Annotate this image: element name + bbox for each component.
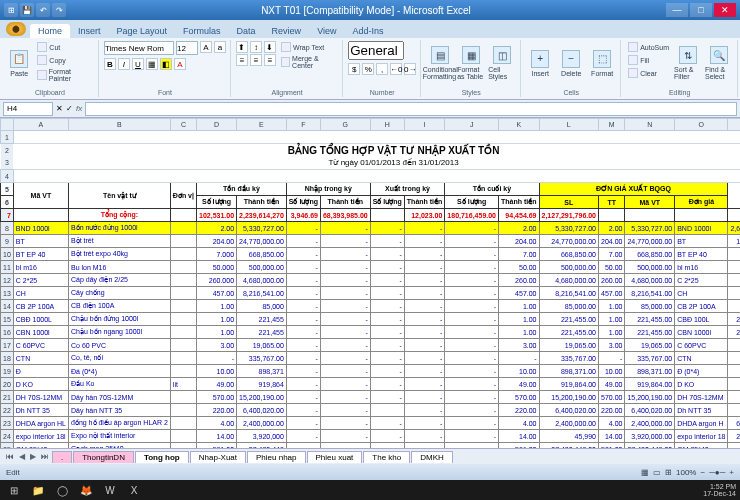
row-header[interactable]: 22	[1, 404, 14, 417]
row-header[interactable]: 12	[1, 274, 14, 287]
row-header[interactable]: 15	[1, 313, 14, 326]
cut-button[interactable]: Cut	[35, 41, 94, 53]
row-header[interactable]: 21	[1, 391, 14, 404]
column-header[interactable]: P	[728, 119, 740, 131]
chrome-icon[interactable]: ◯	[52, 482, 72, 498]
sheet-nav-last[interactable]: ⏭	[39, 452, 51, 461]
explorer-icon[interactable]: 📁	[28, 482, 48, 498]
bold-button[interactable]: B	[104, 58, 116, 70]
cancel-formula-icon[interactable]: ✕	[56, 104, 63, 113]
format-table-button[interactable]: ▦Format as Table	[457, 41, 485, 85]
font-color-button[interactable]: A	[174, 58, 186, 70]
row-header[interactable]: 11	[1, 261, 14, 274]
percent-button[interactable]: %	[362, 63, 374, 75]
tab-insert[interactable]: Insert	[70, 24, 109, 38]
column-header[interactable]: J	[445, 119, 499, 131]
column-header[interactable]: L	[539, 119, 599, 131]
align-right-button[interactable]: ≡	[264, 54, 276, 66]
column-header[interactable]: O	[675, 119, 728, 131]
sort-filter-button[interactable]: ⇅Sort & Filter	[674, 41, 702, 85]
column-header[interactable]: H	[370, 119, 404, 131]
sheet-tab[interactable]: The kho	[363, 451, 410, 463]
increase-decimal-button[interactable]: ←0	[390, 63, 402, 75]
sheet-tab[interactable]: ThongtinDN	[73, 451, 134, 463]
close-button[interactable]: ✕	[714, 3, 736, 17]
row-header[interactable]: 25	[1, 443, 14, 449]
paste-button[interactable]: 📋Paste	[6, 41, 32, 85]
wrap-text-button[interactable]: Wrap Text	[279, 41, 338, 53]
format-cells-button[interactable]: ⬚Format	[588, 41, 616, 85]
fx-icon[interactable]: fx	[76, 104, 82, 113]
number-format-input[interactable]	[348, 41, 404, 60]
column-header[interactable]: M	[599, 119, 625, 131]
row-header[interactable]: 6	[1, 196, 14, 209]
name-box[interactable]: H4	[3, 102, 53, 116]
column-header[interactable]: D	[197, 119, 237, 131]
font-size-input[interactable]	[176, 41, 198, 55]
row-header[interactable]: 7	[1, 209, 14, 222]
fill-button[interactable]: Fill	[626, 54, 671, 66]
row-header[interactable]: 4	[1, 170, 14, 183]
excel-task-icon[interactable]: X	[124, 482, 144, 498]
fill-color-button[interactable]: ◧	[160, 58, 172, 70]
word-icon[interactable]: W	[100, 482, 120, 498]
undo-icon[interactable]: ↶	[36, 3, 50, 17]
sheet-tab[interactable]: Phieu nhap	[247, 451, 305, 463]
align-middle-button[interactable]: ↕	[250, 41, 262, 53]
formula-input[interactable]	[85, 102, 737, 116]
row-header[interactable]: 10	[1, 248, 14, 261]
sheet-nav-prev[interactable]: ◀	[17, 452, 27, 461]
column-header[interactable]: B	[69, 119, 171, 131]
view-normal-icon[interactable]: ▦	[641, 468, 649, 477]
row-header[interactable]: 14	[1, 300, 14, 313]
sheet-tab[interactable]: Nhap-Xuat	[190, 451, 246, 463]
format-painter-button[interactable]: Format Painter	[35, 67, 94, 83]
currency-button[interactable]: $	[348, 63, 360, 75]
zoom-slider[interactable]: ─●─	[709, 468, 725, 477]
zoom-out-button[interactable]: −	[700, 468, 705, 477]
conditional-formatting-button[interactable]: ▤Conditional Formatting	[426, 41, 454, 85]
tab-data[interactable]: Data	[229, 24, 264, 38]
row-header[interactable]: 9	[1, 235, 14, 248]
row-header[interactable]: 17	[1, 339, 14, 352]
sheet-tab[interactable]: Tong hop	[135, 451, 189, 463]
align-left-button[interactable]: ≡	[236, 54, 248, 66]
enter-formula-icon[interactable]: ✓	[66, 104, 73, 113]
sheet-tab[interactable]: DMKH	[411, 451, 453, 463]
align-center-button[interactable]: ≡	[250, 54, 262, 66]
column-header[interactable]: K	[499, 119, 540, 131]
find-select-button[interactable]: 🔍Find & Select	[705, 41, 733, 85]
tab-review[interactable]: Review	[264, 24, 310, 38]
office-button[interactable]: ⬤	[6, 22, 26, 36]
align-bottom-button[interactable]: ⬇	[264, 41, 276, 53]
underline-button[interactable]: U	[132, 58, 144, 70]
row-header[interactable]: 20	[1, 378, 14, 391]
font-name-input[interactable]	[104, 41, 174, 55]
row-header[interactable]: 18	[1, 352, 14, 365]
column-header[interactable]: F	[286, 119, 320, 131]
column-header[interactable]: E	[237, 119, 287, 131]
maximize-button[interactable]: □	[690, 3, 712, 17]
redo-icon[interactable]: ↷	[52, 3, 66, 17]
sheet-tab[interactable]: Phieu xuat	[307, 451, 363, 463]
tab-home[interactable]: Home	[30, 24, 70, 38]
firefox-icon[interactable]: 🦊	[76, 482, 96, 498]
clear-button[interactable]: Clear	[626, 67, 671, 79]
sheet-tab[interactable]: .	[52, 451, 72, 463]
sheet-nav-first[interactable]: ⏮	[4, 452, 16, 461]
row-header[interactable]: 24	[1, 430, 14, 443]
row-header[interactable]: 2	[1, 144, 14, 157]
copy-button[interactable]: Copy	[35, 54, 94, 66]
tab-formulas[interactable]: Formulas	[175, 24, 229, 38]
row-header[interactable]: 13	[1, 287, 14, 300]
merge-center-button[interactable]: Merge & Center	[279, 54, 338, 70]
row-header[interactable]: 8	[1, 222, 14, 235]
tab-view[interactable]: View	[309, 24, 344, 38]
sheet-nav-next[interactable]: ▶	[28, 452, 38, 461]
column-header[interactable]: C	[170, 119, 196, 131]
row-header[interactable]: 1	[1, 131, 14, 144]
zoom-in-button[interactable]: +	[729, 468, 734, 477]
row-header[interactable]: 3	[1, 157, 14, 170]
start-button[interactable]: ⊞	[4, 482, 24, 498]
comma-button[interactable]: ,	[376, 63, 388, 75]
